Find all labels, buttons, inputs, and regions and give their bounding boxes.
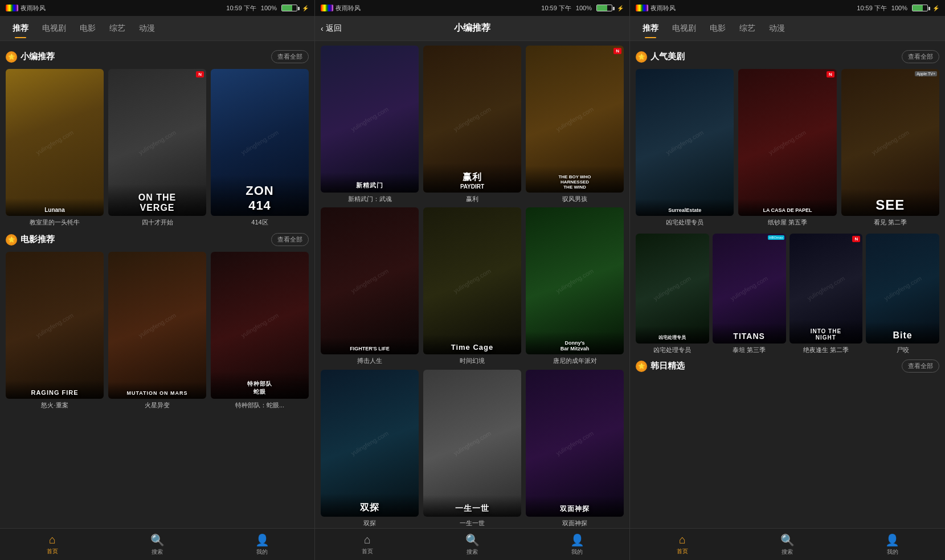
movie-mars-poster: yulingfeng.com MUTATION ON MARS xyxy=(108,252,206,399)
movie-casapapel[interactable]: N yulingfeng.com LA CASA DE PAPEL 纸钞屋 第五… xyxy=(738,69,836,227)
movie-xingjing[interactable]: yulingfeng.com 新精武门 新精武门：武魂 xyxy=(321,46,419,203)
movie-see-title: 看见 第二季 xyxy=(841,218,939,226)
movie-special-poster: yulingfeng.com 特种部队蛇眼 xyxy=(211,252,309,399)
bottom-nav-home-1[interactable]: ⌂ 首页 xyxy=(0,533,105,555)
movie-lunana-title: 教室里的一头牦牛 xyxy=(6,218,104,226)
tab-variety-3[interactable]: 综艺 xyxy=(733,19,762,38)
bottom-nav-search-1[interactable]: 🔍 搜索 xyxy=(105,533,210,556)
battery-3: 100% xyxy=(891,5,907,11)
movie-lunana-poster: yulingfeng.com Lunana xyxy=(6,69,104,216)
movie-onelife-title: 一生一世 xyxy=(423,519,521,527)
bottom-nav-profile-1[interactable]: 👤 我的 xyxy=(210,533,314,556)
back-button[interactable]: ‹ 返回 xyxy=(321,23,342,34)
bottom-nav-profile-3[interactable]: 👤 我的 xyxy=(840,533,945,556)
home-label-3: 首页 xyxy=(677,547,688,555)
movie-doubletap[interactable]: yulingfeng.com 双探 双探 xyxy=(321,370,419,527)
movie-titans2[interactable]: HBOmax yulingfeng.com TITANS 泰坦 第三季 xyxy=(713,234,786,354)
section-header-editor-1: ⭐ 小编推荐 查看全部 xyxy=(6,50,309,63)
movie-xingjing-poster: yulingfeng.com 新精武门 xyxy=(321,46,419,193)
section-label-popular-3: 人气美剧 xyxy=(651,51,685,62)
panel-2: 夜雨聆风 10:59 下午 100% ⚡ ‹ 返回 小编推荐 xyxy=(315,0,630,560)
movie-nofire[interactable]: yulingfeng.com RAGING FIRE 怒火·重案 xyxy=(6,252,104,409)
battery-1: 100% xyxy=(261,5,277,11)
view-all-popular-3[interactable]: 查看全部 xyxy=(902,50,939,63)
panel2-title: 小编推荐 xyxy=(454,22,490,34)
profile-label-3: 我的 xyxy=(887,548,898,556)
movie-special[interactable]: yulingfeng.com 特种部队蛇眼 特种部队：蛇眼... xyxy=(211,252,309,409)
movie-danny[interactable]: yulingfeng.com Donny'sBar Mitzvah 唐尼的成年派… xyxy=(526,207,624,365)
movie-nofire-poster: yulingfeng.com RAGING FIRE xyxy=(6,252,104,399)
movie-fight[interactable]: yulingfeng.com FIGHTER'S LIFE 搏击人生 xyxy=(321,207,419,365)
battery-2: 100% xyxy=(576,5,592,11)
movie-fight-title: 搏击人生 xyxy=(321,357,419,365)
netflix-badge-casa: N xyxy=(827,71,834,77)
movie-ontheverge[interactable]: N yulingfeng.com ON THEVERGE 四十才开始 xyxy=(108,69,206,226)
lightning-3: ⚡ xyxy=(932,5,939,11)
movie-picks-grid-1: yulingfeng.com RAGING FIRE 怒火·重案 yulingf… xyxy=(6,252,309,409)
movie-bite2-title: 尸咬 xyxy=(866,346,939,354)
search-icon-3: 🔍 xyxy=(780,533,795,547)
movie-intothenight2[interactable]: N yulingfeng.com INTO THENIGHT 绝夜逢生 第二季 xyxy=(789,234,863,354)
bottom-nav-home-3[interactable]: ⌂ 首页 xyxy=(630,533,735,555)
tab-anime-1[interactable]: 动漫 xyxy=(132,19,162,38)
tab-anime-3[interactable]: 动漫 xyxy=(762,19,792,38)
appletv-badge: Apple TV+ xyxy=(915,71,937,76)
status-bar-2: 夜雨聆风 10:59 下午 100% ⚡ xyxy=(315,0,629,16)
movie-timecage-poster: yulingfeng.com Time Cage xyxy=(423,207,521,354)
view-all-editor-1[interactable]: 查看全部 xyxy=(271,50,309,63)
panel-1: 夜雨聆风 10:59 下午 100% ⚡ 推荐 电视剧 电影 综艺 动漫 ⭐ 小… xyxy=(0,0,315,560)
movie-see-poster: Apple TV+ yulingfeng.com SEE xyxy=(841,69,939,216)
bottom-nav-search-2[interactable]: 🔍 搜索 xyxy=(420,533,525,556)
movie-lunana[interactable]: yulingfeng.com Lunana 教室里的一头牦牛 xyxy=(6,69,104,226)
time-2: 10:59 下午 xyxy=(541,4,571,13)
section-title-hanri: ⭐ 韩日精选 xyxy=(636,361,685,372)
profile-icon-3: 👤 xyxy=(885,533,899,547)
movie-casapapel-title: 纸钞屋 第五季 xyxy=(738,218,836,226)
tab-tv-3[interactable]: 电视剧 xyxy=(665,19,703,38)
tab-movie-1[interactable]: 电影 xyxy=(73,19,103,38)
section-icon-editor-1: ⭐ xyxy=(6,51,17,63)
movie-paydirt[interactable]: yulingfeng.com 赢利 PAYDIRT 赢利 xyxy=(423,46,521,203)
bottom-nav-search-3[interactable]: 🔍 搜索 xyxy=(735,533,840,556)
view-all-hanri[interactable]: 查看全部 xyxy=(902,359,939,373)
movie-special-title: 特种部队：蛇眼... xyxy=(211,401,309,409)
tab-tv-1[interactable]: 电视剧 xyxy=(35,19,73,38)
home-label-2: 首页 xyxy=(362,547,373,555)
rainbow-icon-2 xyxy=(321,5,333,11)
row2-4col: yulingfeng.com 凶宅处理专员 凶宅处理专员 HBOmax yuli… xyxy=(636,234,939,354)
time-1: 10:59 下午 xyxy=(226,4,256,13)
app-name-1: 夜雨聆风 xyxy=(21,4,46,13)
back-label: 返回 xyxy=(326,23,342,34)
rainbow-icon-3 xyxy=(636,5,648,11)
tab-recommend-1[interactable]: 推荐 xyxy=(6,19,35,38)
movie-doublespirit[interactable]: yulingfeng.com 双面神探 双面神探 xyxy=(526,370,624,527)
view-all-movie-1[interactable]: 查看全部 xyxy=(271,233,309,246)
tab-recommend-3[interactable]: 推荐 xyxy=(636,19,665,38)
movie-see[interactable]: Apple TV+ yulingfeng.com SEE 看见 第二季 xyxy=(841,69,939,227)
movie-haunted2[interactable]: yulingfeng.com 凶宅处理专员 凶宅处理专员 xyxy=(636,234,709,354)
movie-paydirt-poster: yulingfeng.com 赢利 PAYDIRT xyxy=(423,46,521,193)
tab-movie-3[interactable]: 电影 xyxy=(703,19,733,38)
home-label-1: 首页 xyxy=(47,547,58,555)
movie-timecage[interactable]: yulingfeng.com Time Cage 时间幻境 xyxy=(423,207,521,365)
bottom-nav-profile-2[interactable]: 👤 我的 xyxy=(525,533,629,556)
home-icon-1: ⌂ xyxy=(49,533,56,546)
app-name-3: 夜雨聆风 xyxy=(651,4,676,13)
tab-variety-1[interactable]: 综艺 xyxy=(103,19,132,38)
movie-414[interactable]: yulingfeng.com ZON414 414区 xyxy=(211,69,309,226)
movie-mars[interactable]: yulingfeng.com MUTATION ON MARS 火星异变 xyxy=(108,252,206,409)
movie-titans2-poster: HBOmax yulingfeng.com TITANS xyxy=(713,234,786,344)
section-header-popular-3: ⭐ 人气美剧 查看全部 xyxy=(636,50,939,63)
profile-label-1: 我的 xyxy=(256,548,268,556)
movie-onelife[interactable]: yulingfeng.com 一生一世 一生一世 xyxy=(423,370,521,527)
movie-mars-title: 火星异变 xyxy=(108,401,206,409)
movie-bite2[interactable]: yulingfeng.com Bite 尸咬 xyxy=(866,234,939,354)
movie-wind[interactable]: N yulingfeng.com THE BOY WHOHARNESSEDTHE… xyxy=(526,46,624,203)
battery-icon-2 xyxy=(596,5,612,11)
netflix-badge-wind: N xyxy=(613,48,621,54)
movie-surreal-poster: yulingfeng.com SurrealEstate xyxy=(636,69,734,216)
movie-fight-poster: yulingfeng.com FIGHTER'S LIFE xyxy=(321,207,419,354)
bottom-nav-home-2[interactable]: ⌂ 首页 xyxy=(315,533,420,555)
movie-surreal[interactable]: yulingfeng.com SurrealEstate 凶宅处理专员 xyxy=(636,69,734,227)
movie-danny-poster: yulingfeng.com Donny'sBar Mitzvah xyxy=(526,207,624,354)
